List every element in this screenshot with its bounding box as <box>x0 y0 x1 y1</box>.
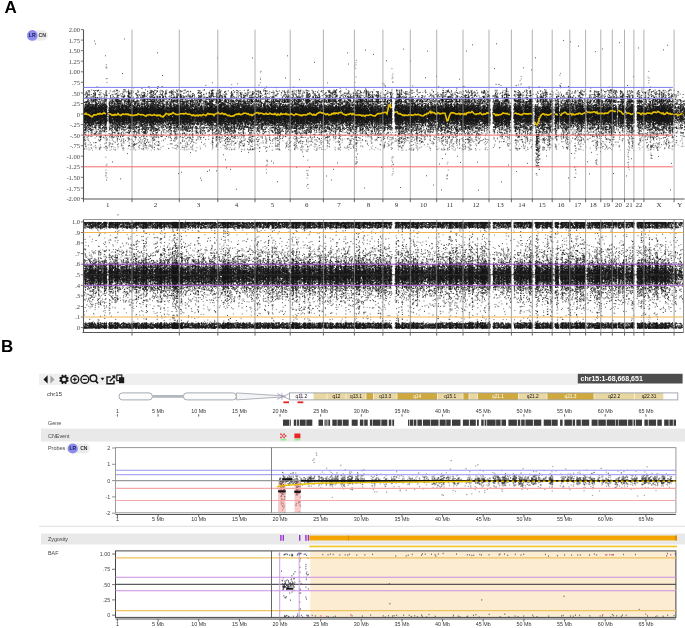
svg-text:CN: CN <box>39 32 47 38</box>
svg-text:.5: .5 <box>75 271 80 278</box>
svg-text:-1.00: -1.00 <box>66 153 80 160</box>
svg-text:A: A <box>5 0 17 17</box>
svg-text:17: 17 <box>574 201 582 209</box>
svg-text:1.75: 1.75 <box>69 37 80 44</box>
svg-text:q11.2: q11.2 <box>296 394 308 399</box>
svg-text:18: 18 <box>590 201 598 209</box>
svg-text:q15.1: q15.1 <box>444 394 456 399</box>
svg-text:LR: LR <box>29 32 36 38</box>
svg-text:.75: .75 <box>72 79 80 86</box>
svg-text:1: 1 <box>106 201 110 209</box>
svg-text:q21.3: q21.3 <box>564 394 576 399</box>
svg-text:-1: -1 <box>105 494 110 500</box>
svg-text:1.00: 1.00 <box>100 551 111 557</box>
svg-text:3: 3 <box>197 201 201 209</box>
svg-text:22: 22 <box>635 201 643 209</box>
svg-text:q14: q14 <box>413 394 421 399</box>
svg-text:0: 0 <box>77 324 80 331</box>
svg-text:.25: .25 <box>72 100 80 107</box>
svg-text:B: B <box>1 337 13 356</box>
svg-text:-.50: -.50 <box>70 132 80 139</box>
svg-text:.1: .1 <box>75 313 80 320</box>
svg-text:BAF: BAF <box>48 550 59 556</box>
svg-text:20: 20 <box>615 201 623 209</box>
svg-text:Y: Y <box>677 201 682 209</box>
svg-text:-.25: -.25 <box>70 121 80 128</box>
svg-text:Zygosity: Zygosity <box>48 536 68 542</box>
svg-text:1.00: 1.00 <box>69 68 80 75</box>
svg-text:chr15:1-68,668,651: chr15:1-68,668,651 <box>581 375 643 383</box>
svg-text:.2: .2 <box>75 303 80 310</box>
svg-text:55 Mb: 55 Mb <box>557 408 572 414</box>
svg-text:7: 7 <box>337 201 341 209</box>
svg-text:16: 16 <box>558 201 566 209</box>
svg-text:.25: .25 <box>103 597 111 603</box>
svg-text:60 Mb: 60 Mb <box>598 408 613 414</box>
svg-text:13: 13 <box>497 201 505 209</box>
svg-text:9: 9 <box>395 201 399 209</box>
svg-text:45 Mb: 45 Mb <box>476 408 491 414</box>
svg-text:2: 2 <box>154 201 158 209</box>
svg-text:1.25: 1.25 <box>69 58 80 65</box>
svg-text:2: 2 <box>107 445 110 451</box>
svg-text:40 Mb: 40 Mb <box>435 408 450 414</box>
svg-text:6: 6 <box>305 201 309 209</box>
svg-text:.9: .9 <box>75 229 80 236</box>
svg-text:.50: .50 <box>103 582 111 588</box>
svg-text:q22.31: q22.31 <box>642 394 657 399</box>
svg-text:CN: CN <box>80 445 88 451</box>
svg-text:q12: q12 <box>332 394 340 399</box>
svg-text:8: 8 <box>367 201 371 209</box>
svg-text:5: 5 <box>271 201 275 209</box>
svg-text:15: 15 <box>539 201 547 209</box>
svg-text:-.75: -.75 <box>70 142 80 149</box>
svg-text:1: 1 <box>107 461 110 467</box>
svg-text:.75: .75 <box>103 566 111 572</box>
svg-text:15 Mb: 15 Mb <box>232 408 247 414</box>
svg-text:20 Mb: 20 Mb <box>273 408 288 414</box>
svg-text:-1.50: -1.50 <box>66 174 80 181</box>
svg-text:X: X <box>656 201 661 209</box>
svg-text:25 Mb: 25 Mb <box>313 408 328 414</box>
svg-text:30 Mb: 30 Mb <box>354 408 369 414</box>
svg-text:35 Mb: 35 Mb <box>395 408 410 414</box>
svg-text:.8: .8 <box>75 239 80 246</box>
svg-text:.4: .4 <box>75 282 81 289</box>
svg-text:Gene: Gene <box>48 420 61 426</box>
svg-text:q21.2: q21.2 <box>527 394 539 399</box>
svg-text:-2: -2 <box>105 510 110 516</box>
svg-text:12: 12 <box>473 201 481 209</box>
svg-text:-1.75: -1.75 <box>66 185 80 192</box>
svg-text:65 Mb: 65 Mb <box>638 408 653 414</box>
svg-text:.6: .6 <box>75 260 81 267</box>
svg-text:q21.1: q21.1 <box>492 394 504 399</box>
svg-text:q22.2: q22.2 <box>608 394 620 399</box>
svg-text:q13.1: q13.1 <box>350 394 362 399</box>
svg-text:10: 10 <box>420 201 428 209</box>
svg-text:.7: .7 <box>75 250 81 257</box>
svg-text:2.00: 2.00 <box>69 26 80 33</box>
svg-text:11: 11 <box>446 201 453 209</box>
svg-text:1: 1 <box>116 408 119 414</box>
svg-text:1.50: 1.50 <box>69 47 80 54</box>
svg-text:CNEvent: CNEvent <box>48 433 70 439</box>
svg-text:50 Mb: 50 Mb <box>516 408 531 414</box>
svg-text:0: 0 <box>107 612 110 618</box>
svg-text:0: 0 <box>107 478 110 484</box>
svg-text:.3: .3 <box>75 292 80 299</box>
svg-text:19: 19 <box>603 201 611 209</box>
svg-text:21: 21 <box>626 201 634 209</box>
svg-text:0: 0 <box>77 111 80 118</box>
svg-text:LR: LR <box>69 445 76 451</box>
svg-text:Probes: Probes <box>48 445 65 451</box>
svg-text:14: 14 <box>518 201 526 209</box>
svg-text:4: 4 <box>235 201 239 209</box>
svg-text:10 Mb: 10 Mb <box>191 408 206 414</box>
svg-text:1.0: 1.0 <box>72 218 80 225</box>
svg-text:-2.00: -2.00 <box>66 195 80 202</box>
svg-text:5 Mb: 5 Mb <box>152 408 164 414</box>
svg-text:.50: .50 <box>72 90 80 97</box>
svg-text:chr15: chr15 <box>47 391 63 397</box>
svg-text:-1.25: -1.25 <box>66 163 80 170</box>
svg-text:q13.3: q13.3 <box>379 394 391 399</box>
